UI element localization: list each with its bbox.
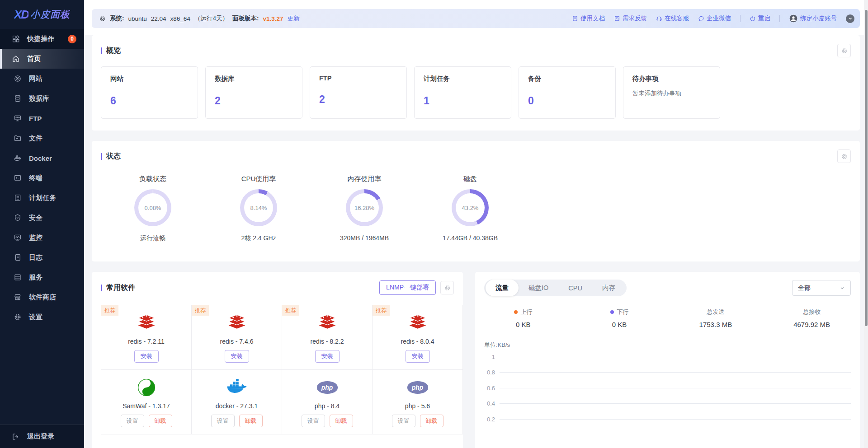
sidebar-item-database[interactable]: 数据库	[0, 89, 84, 108]
memory-subtitle: 320MB / 1964MB	[340, 234, 389, 242]
monitor-tabs: 流量 磁盘IO CPU 内存	[484, 280, 627, 296]
tab-memory[interactable]: 内存	[592, 280, 625, 296]
software-card-redis-822: 推荐 redis - 8.2.2 安装	[282, 305, 373, 370]
install-button[interactable]: 安装	[225, 350, 249, 363]
feedback-link[interactable]: 需求反馈	[614, 14, 647, 23]
monitor-chart-icon	[14, 233, 22, 242]
sidebar-item-docker[interactable]: Docker	[0, 148, 84, 168]
sidebar-item-services[interactable]: 服务	[0, 267, 84, 287]
total-sent-value: 1753.3 MB	[699, 321, 732, 328]
sidebar-item-settings[interactable]: 设置	[0, 307, 84, 327]
sidebar-item-label: 计划任务	[29, 194, 56, 202]
overview-card-ftp: FTP 2	[310, 66, 407, 119]
sidebar-item-home[interactable]: 首页	[0, 49, 84, 69]
uninstall-button[interactable]: 卸载	[420, 415, 443, 427]
sidebar-item-cron[interactable]: 计划任务	[0, 188, 84, 208]
sidebar-item-store[interactable]: 软件商店	[0, 287, 84, 307]
update-link[interactable]: 更新	[287, 14, 299, 23]
sidebar-item-terminal[interactable]: 终端	[0, 168, 84, 188]
uninstall-button[interactable]: 卸载	[239, 415, 263, 427]
tab-cpu[interactable]: CPU	[558, 280, 592, 296]
sidebar-item-label: 安全	[29, 214, 42, 222]
software-card-php56: php php - 5.6 设置 卸载	[373, 370, 463, 434]
tab-disk-io[interactable]: 磁盘IO	[519, 280, 558, 296]
grid-icon	[12, 35, 20, 43]
avatar-icon	[789, 14, 798, 23]
sidebar-item-security[interactable]: 安全	[0, 208, 84, 228]
install-button[interactable]: 安装	[134, 350, 159, 363]
overview-card-backup: 备份 0	[519, 66, 616, 119]
monitor-header: 流量 磁盘IO CPU 内存 全部	[475, 272, 860, 296]
overview-header: 概览	[92, 35, 860, 57]
upload-dot	[514, 310, 518, 314]
range-select[interactable]: 全部	[792, 280, 851, 296]
settings-button[interactable]: 设置	[211, 415, 235, 427]
disk-subtitle: 17.44GB / 40.38GB	[443, 234, 498, 242]
sidebar-item-label: 服务	[29, 273, 42, 282]
headset-icon	[656, 15, 662, 22]
software-card-redis-746: 推荐 redis - 7.4.6 安装	[192, 305, 282, 370]
chart-gridline: 0.6	[484, 380, 851, 396]
docs-link[interactable]: 使用文档	[572, 14, 605, 23]
download-value: 0 KB	[612, 321, 627, 328]
redis-icon	[317, 313, 337, 333]
redis-icon	[137, 313, 156, 333]
collapse-topbar-button[interactable]	[846, 14, 854, 23]
database-icon	[14, 94, 22, 103]
chevron-down-icon	[848, 16, 853, 21]
status-settings-button[interactable]	[837, 149, 851, 163]
docker-whale-icon	[226, 377, 247, 398]
sidebar-item-files[interactable]: 文件	[0, 128, 84, 148]
sidebar-item-logs[interactable]: 日志	[0, 247, 84, 267]
sidebar-item-ftp[interactable]: FTP	[0, 108, 84, 128]
logout-button[interactable]: 退出登录	[0, 425, 84, 448]
software-panel: 常用软件 LNMP一键部署 推荐 redis	[92, 272, 463, 448]
title-accent-bar	[101, 47, 102, 54]
settings-button[interactable]: 设置	[302, 415, 325, 427]
quick-actions-label: 快捷操作	[27, 35, 54, 43]
logout-label: 退出登录	[27, 432, 54, 441]
divider	[779, 15, 780, 22]
traffic-stats: 上行 0 KB 下行 0 KB 总发送	[475, 308, 860, 328]
system-os-version: 22.04	[151, 15, 166, 22]
upload-value: 0 KB	[516, 321, 531, 328]
topbar-actions: 使用文档 需求反馈 在线客服 企业微信	[572, 14, 854, 23]
sidebar-item-websites[interactable]: 网站	[0, 69, 84, 89]
uninstall-button[interactable]: 卸载	[149, 415, 172, 427]
settings-button[interactable]: 设置	[121, 415, 144, 427]
status-gauges: 负载状态 0.08% 运行流畅 CPU使用率 8.14% 2核 2.4 GHz	[92, 163, 860, 261]
install-button[interactable]: 安装	[406, 350, 430, 363]
server-rows-icon	[14, 273, 22, 281]
memory-gauge: 内存使用率 16.28% 320MB / 1964MB	[311, 175, 417, 243]
recommend-badge: 推荐	[373, 305, 390, 316]
bind-account-button[interactable]: 绑定小皮账号	[789, 14, 837, 23]
scrollbar-thumb[interactable]	[865, 10, 868, 326]
sidebar-item-quick-actions[interactable]: 快捷操作 0	[0, 29, 84, 49]
overview-settings-button[interactable]	[837, 44, 851, 57]
system-info: 系统: ubuntu 22.04 x86_64 （运行4天） 面板版本: v1.…	[99, 14, 299, 23]
software-card-buttons: 设置 卸载	[211, 415, 263, 427]
system-bar: 系统: ubuntu 22.04 x86_64 （运行4天） 面板版本: v1.…	[92, 9, 860, 28]
lnmp-deploy-button[interactable]: LNMP一键部署	[379, 280, 436, 295]
folder-icon	[14, 134, 22, 142]
install-button[interactable]: 安装	[315, 350, 340, 363]
restart-button[interactable]: 重启	[750, 14, 770, 23]
support-link[interactable]: 在线客服	[656, 14, 689, 23]
software-settings-button[interactable]	[440, 281, 454, 294]
task-list-icon	[14, 194, 22, 202]
document-icon	[572, 15, 578, 22]
power-icon	[750, 15, 756, 22]
sidebar: XD 小皮面板 快捷操作 0 首页 网站 数据库 FTP	[0, 0, 84, 448]
php-icon: php	[407, 377, 428, 398]
settings-button[interactable]: 设置	[392, 415, 415, 427]
system-gear-icon	[99, 15, 106, 22]
wechat-link[interactable]: 企业微信	[698, 14, 731, 23]
cpu-gauge: CPU使用率 8.14% 2核 2.4 GHz	[206, 175, 311, 243]
load-donut-chart: 0.08%	[134, 189, 171, 226]
software-card-buttons: 设置 卸载	[121, 415, 172, 427]
logo-title: 小皮面板	[30, 8, 70, 21]
uninstall-button[interactable]: 卸载	[330, 415, 353, 427]
tab-traffic[interactable]: 流量	[486, 280, 519, 296]
sidebar-item-monitor[interactable]: 监控	[0, 228, 84, 247]
logout-icon	[12, 433, 20, 441]
